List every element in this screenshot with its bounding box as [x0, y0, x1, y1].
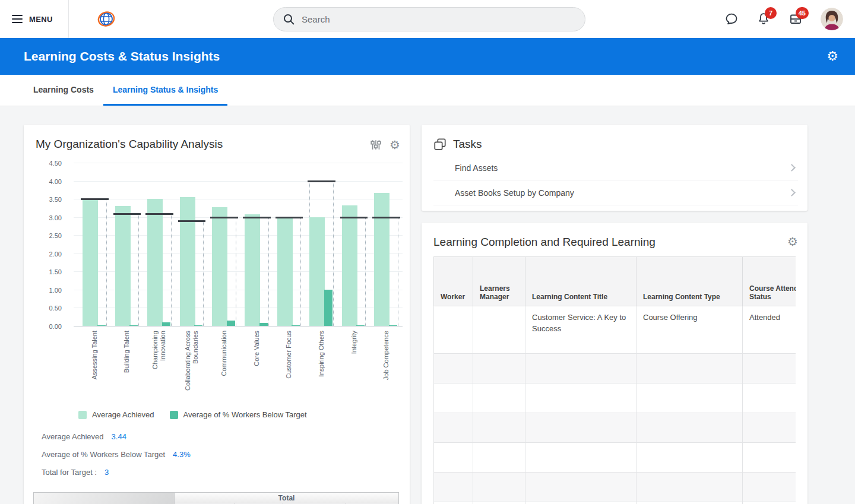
y-axis-tick-label: 0.00	[36, 323, 62, 330]
y-axis-tick-label: 1.50	[36, 268, 62, 275]
x-axis-category-label: Integrity	[338, 331, 370, 397]
y-axis-tick-label: 0.50	[36, 305, 62, 312]
table-cell	[473, 354, 525, 383]
search-input[interactable]	[302, 14, 575, 24]
inbox-badge: 45	[796, 7, 809, 19]
notifications-button[interactable]: 7	[756, 12, 771, 26]
menu-button[interactable]: MENU	[12, 15, 53, 24]
legend-swatch	[170, 411, 178, 419]
table-cell	[434, 473, 473, 502]
legend-label: Average Achieved	[92, 410, 154, 419]
target-line	[308, 180, 335, 182]
workday-globe-logo[interactable]	[95, 8, 118, 30]
legend-item: Average Achieved	[78, 410, 154, 419]
summary-average-achieved-value[interactable]: 3.44	[112, 432, 126, 441]
average-achieved-bar	[147, 199, 163, 326]
y-axis-tick-label: 3.00	[36, 214, 62, 221]
table-cell	[743, 502, 796, 504]
capability-totals-table: Total	[33, 492, 399, 504]
capability-card-title: My Organization's Capability Analysis	[36, 138, 223, 151]
tasks-card-title: Tasks	[453, 138, 482, 151]
totals-table-row-header	[34, 493, 175, 504]
chart-bar-group	[370, 163, 403, 326]
target-line	[210, 217, 238, 218]
table-row: Customer Service: A Key to SuccessCourse…	[434, 306, 796, 354]
notifications-badge: 7	[765, 7, 777, 19]
target-line	[145, 213, 173, 215]
workers-below-target-bar	[389, 325, 397, 327]
chart-bar-group	[305, 163, 338, 326]
average-achieved-bar	[309, 217, 325, 326]
search-icon	[283, 14, 294, 25]
topbar-divider	[68, 0, 69, 38]
workers-below-target-bar	[227, 321, 235, 326]
summary-total-for-target: Total for Target :3	[42, 468, 109, 477]
target-line	[243, 217, 271, 218]
top-bar: MENU 7	[0, 0, 855, 38]
task-item[interactable]: Asset Books Setup by Company	[433, 180, 798, 205]
capability-settings-gear-icon[interactable]: ⚙	[390, 139, 400, 151]
average-achieved-bar	[115, 206, 131, 326]
average-achieved-bar	[245, 214, 260, 326]
chart-gridline	[74, 326, 403, 327]
y-axis-tick-label: 4.50	[36, 160, 62, 167]
x-axis-category-label: Building Talent	[111, 331, 144, 397]
average-achieved-bar	[277, 217, 293, 326]
chat-button[interactable]	[724, 12, 739, 26]
table-cell	[473, 502, 525, 504]
task-item-label: Find Assets	[455, 163, 498, 173]
table-row	[434, 473, 796, 502]
target-line	[178, 220, 206, 222]
table-column-header: Course Attendance Status	[743, 257, 796, 306]
summary-pct-below-target-value[interactable]: 4.3%	[173, 450, 191, 459]
banner-settings-gear-icon[interactable]: ⚙	[826, 50, 838, 63]
table-cell	[525, 354, 636, 383]
learning-settings-gear-icon[interactable]: ⚙	[787, 236, 798, 248]
tab-learning-status-insights[interactable]: Learning Status & Insights	[103, 75, 227, 106]
summary-total-for-target-value[interactable]: 3	[104, 468, 109, 477]
learning-card-title: Learning Completion and Required Learnin…	[433, 236, 656, 249]
table-row	[434, 354, 796, 383]
chart-bar-group	[338, 163, 370, 326]
average-achieved-bar	[212, 207, 227, 326]
table-cell	[434, 354, 473, 383]
table-column-header: Learners Manager	[473, 257, 525, 306]
table-row	[434, 443, 796, 473]
chevron-right-icon	[788, 189, 796, 196]
table-column-header: Learning Content Title	[525, 257, 636, 306]
workers-below-target-bar	[292, 325, 300, 327]
workers-below-target-bar	[194, 325, 202, 327]
table-cell	[525, 473, 636, 502]
inbox-button[interactable]: 45	[788, 12, 803, 26]
table-cell	[636, 473, 743, 502]
x-axis-category-label: Inspiring Others	[305, 331, 338, 397]
table-cell	[473, 443, 525, 473]
table-cell	[636, 443, 743, 473]
workers-below-target-bar	[97, 325, 106, 327]
chart-plot-area	[78, 163, 403, 326]
table-cell	[525, 413, 636, 443]
task-item[interactable]: Find Assets	[433, 156, 798, 180]
tasks-icon	[433, 138, 446, 151]
x-axis-category-label: Job Competence	[370, 331, 403, 397]
chart-x-axis-labels: Assessing TalentBuilding TalentChampioni…	[78, 331, 403, 397]
summary-pct-below-target: Average of % Workers Below Target4.3%	[42, 450, 191, 459]
page-title: Learning Costs & Status Insights	[24, 49, 826, 64]
chart-bar-group	[111, 163, 144, 326]
chart-bar-group	[78, 163, 111, 326]
profile-avatar[interactable]	[821, 8, 843, 30]
legend-swatch	[78, 411, 87, 419]
x-axis-category-label: Collaborating Across Boundaries	[176, 331, 208, 397]
capability-analysis-card: My Organization's Capability Analysis ⚙ …	[24, 125, 410, 504]
tab-bar: Learning Costs Learning Status & Insight…	[0, 75, 855, 106]
chart-bar-group	[176, 163, 208, 326]
chart-filter-sliders-icon[interactable]	[370, 139, 382, 151]
chart-legend: Average AchievedAverage of % Workers Bel…	[78, 410, 307, 419]
x-axis-category-label: Core Values	[240, 331, 273, 397]
tab-learning-costs[interactable]: Learning Costs	[24, 75, 103, 106]
y-axis-tick-label: 4.00	[36, 178, 62, 185]
table-cell	[473, 413, 525, 443]
target-line	[276, 217, 303, 218]
x-axis-category-label: Championing Innovation	[143, 331, 176, 397]
table-cell	[743, 354, 796, 383]
